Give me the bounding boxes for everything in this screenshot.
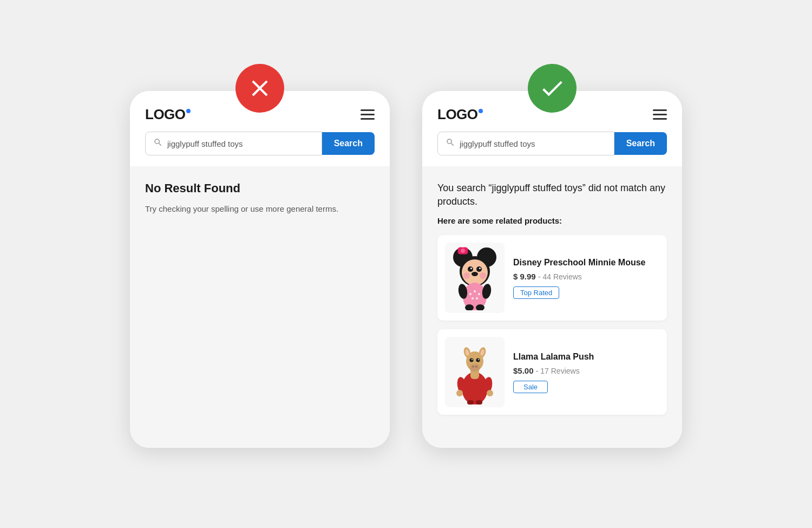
bad-phone-content: No Result Found Try checking your spelli…: [130, 166, 390, 448]
no-result-subtitle: Try checking your spelling or use more g…: [145, 203, 375, 216]
good-phone-content: You search “jigglypuff stuffed toys” did…: [422, 166, 682, 448]
product-reviews-minnie: - 44 Reviews: [538, 272, 582, 281]
bad-phone-frame: LOGO Search No Result Found Try checking…: [130, 91, 390, 448]
no-result-title: No Result Found: [145, 181, 375, 195]
good-search-input[interactable]: [460, 139, 606, 148]
svg-point-11: [472, 272, 478, 276]
good-search-input-wrapper: [437, 132, 614, 155]
svg-point-15: [469, 293, 472, 295]
svg-point-9: [470, 268, 472, 269]
bad-search-input[interactable]: [167, 139, 314, 148]
product-image-minnie: [445, 243, 505, 313]
good-phone-wrapper: LOGO Search You search “jigglypuff stuff…: [422, 80, 682, 448]
svg-point-18: [472, 297, 474, 299]
svg-point-32: [472, 366, 474, 368]
svg-point-29: [476, 358, 480, 362]
related-label: Here are some related products:: [437, 216, 667, 225]
svg-point-33: [475, 366, 477, 368]
svg-point-16: [474, 290, 476, 292]
product-price-row-llama: $5.00 - 17 Reviews: [513, 366, 659, 375]
search-icon-good: [446, 138, 455, 149]
good-logo: LOGO: [437, 106, 483, 123]
svg-point-41: [487, 390, 493, 396]
svg-rect-42: [467, 400, 474, 405]
hamburger-menu-icon[interactable]: [361, 109, 375, 120]
product-card-llama[interactable]: Llama Lalama Push $5.00 - 17 Reviews Sal…: [437, 329, 667, 415]
bad-search-bar: Search: [145, 132, 375, 155]
svg-rect-43: [476, 400, 482, 405]
product-info-minnie: Disney Preschool Minnie Mouse $ 9.99 - 4…: [513, 257, 659, 299]
good-badge: [528, 64, 577, 113]
hamburger-menu-icon-good[interactable]: [653, 109, 667, 120]
svg-point-28: [470, 358, 474, 362]
svg-point-17: [478, 293, 480, 295]
sale-badge[interactable]: Sale: [513, 381, 548, 393]
search-message: You search “jigglypuff stuffed toys” did…: [437, 181, 667, 208]
svg-point-4: [461, 249, 465, 253]
svg-point-30: [472, 359, 473, 360]
good-search-bar: Search: [437, 132, 667, 155]
bad-search-button[interactable]: Search: [322, 132, 375, 155]
llama-illustration: [448, 340, 502, 405]
svg-point-31: [478, 359, 479, 360]
product-price-row-minnie: $ 9.99 - 44 Reviews: [513, 272, 659, 281]
svg-point-10: [479, 268, 481, 269]
product-image-llama: [445, 337, 505, 407]
minnie-illustration: [448, 245, 502, 310]
svg-point-19: [476, 297, 478, 299]
logo-dot: [479, 109, 483, 113]
product-name-minnie: Disney Preschool Minnie Mouse: [513, 257, 659, 269]
bad-badge: [235, 64, 284, 113]
bad-phone-wrapper: LOGO Search No Result Found Try checking…: [130, 80, 390, 448]
product-card-minnie[interactable]: Disney Preschool Minnie Mouse $ 9.99 - 4…: [437, 235, 667, 321]
bad-search-input-wrapper: [145, 132, 322, 155]
logo-text: LOGO: [437, 106, 478, 122]
check-icon: [539, 75, 566, 102]
search-icon: [153, 138, 163, 149]
product-reviews-llama: - 17 Reviews: [536, 367, 580, 375]
product-info-llama: Llama Lalama Push $5.00 - 17 Reviews Sal…: [513, 351, 659, 393]
bad-logo: LOGO: [145, 106, 191, 123]
svg-point-27: [469, 364, 480, 371]
product-price-llama: $5.00: [513, 366, 534, 375]
logo-dot: [186, 109, 191, 113]
svg-point-40: [456, 390, 463, 396]
svg-point-8: [476, 266, 482, 272]
svg-point-7: [468, 266, 473, 272]
top-rated-badge[interactable]: Top Rated: [513, 286, 559, 299]
product-price-minnie: $ 9.99: [513, 272, 536, 281]
x-icon: [246, 75, 273, 102]
svg-point-12: [463, 272, 470, 279]
logo-text: LOGO: [145, 106, 186, 122]
good-phone-frame: LOGO Search You search “jigglypuff stuff…: [422, 91, 682, 448]
good-search-button[interactable]: Search: [614, 132, 667, 155]
product-name-llama: Llama Lalama Push: [513, 351, 659, 363]
svg-point-13: [480, 272, 486, 279]
